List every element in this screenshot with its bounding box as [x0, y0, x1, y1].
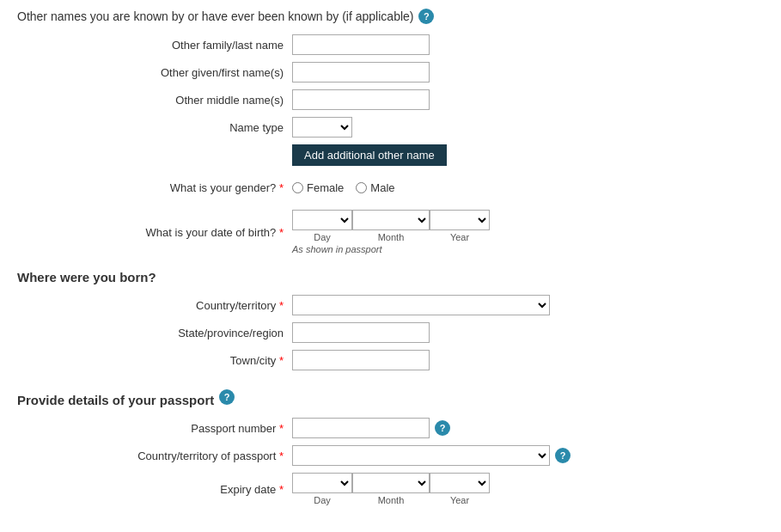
gender-row: What is your gender? * Female Male: [17, 181, 764, 194]
family-last-row: Other family/last name: [17, 34, 764, 55]
dob-subrow: Day Month Year: [292, 210, 490, 242]
passport-section-title: Provide details of your passport ?: [17, 386, 764, 407]
family-last-input[interactable]: [292, 34, 430, 55]
dob-month-select[interactable]: [352, 210, 430, 230]
dob-note: As shown in passport: [292, 244, 490, 254]
birth-state-label: State/province/region: [17, 327, 292, 339]
dob-month-label: Month: [378, 232, 405, 242]
passport-number-required: *: [279, 422, 284, 435]
expiry-date-row: Expiry date * Day Month: [17, 473, 764, 505]
female-radio[interactable]: [292, 182, 303, 193]
dob-row: What is your date of birth? * Day Month: [17, 210, 764, 254]
birth-town-input[interactable]: [292, 350, 430, 370]
dob-inputs: Day Month Year As shown in passport: [292, 210, 490, 254]
expiry-year-select[interactable]: [430, 473, 490, 493]
expiry-day-select[interactable]: [292, 473, 352, 493]
add-other-name-row: Add additional other name: [292, 144, 764, 166]
name-type-row: Name type Alias Birth name Maiden name O…: [17, 117, 764, 138]
birth-state-row: State/province/region: [17, 322, 764, 343]
add-other-name-button[interactable]: Add additional other name: [292, 144, 447, 166]
expiry-day-label: Day: [314, 495, 331, 505]
expiry-subrow: Day Month Year: [292, 473, 490, 505]
passport-number-label: Passport number *: [17, 422, 292, 435]
expiry-month-select[interactable]: [352, 473, 430, 493]
family-last-label: Other family/last name: [17, 39, 292, 52]
gender-required: *: [279, 181, 284, 194]
expiry-inputs: Day Month Year: [292, 473, 490, 505]
dob-year-select[interactable]: [430, 210, 490, 230]
dob-required: *: [279, 226, 284, 239]
middle-name-label: Other middle name(s): [17, 94, 292, 107]
name-type-label: Name type: [17, 121, 292, 134]
gender-label: What is your gender? *: [17, 181, 292, 194]
passport-country-required: *: [279, 449, 284, 462]
birth-state-input[interactable]: [292, 322, 430, 343]
birth-town-required: *: [279, 354, 284, 367]
gender-radio-group: Female Male: [292, 181, 395, 194]
passport-help-icon[interactable]: ?: [219, 389, 235, 405]
expiry-required: *: [279, 483, 284, 496]
given-first-row: Other given/first name(s): [17, 62, 764, 83]
dob-label: What is your date of birth? *: [17, 226, 292, 239]
dob-year-label: Year: [450, 232, 469, 242]
passport-number-help-icon[interactable]: ?: [435, 420, 450, 436]
passport-country-help-icon[interactable]: ?: [555, 448, 570, 463]
passport-country-label: Country/territory of passport *: [17, 449, 292, 462]
dob-section: What is your date of birth? * Day Month: [17, 210, 764, 254]
female-radio-label[interactable]: Female: [292, 181, 344, 194]
female-label: Female: [307, 181, 344, 194]
other-names-help-icon[interactable]: ?: [418, 9, 434, 24]
dob-day-item: Day: [292, 210, 352, 242]
passport-country-select[interactable]: [292, 445, 550, 466]
male-label: Male: [370, 181, 394, 194]
male-radio-label[interactable]: Male: [356, 181, 394, 194]
expiry-year-label: Year: [450, 495, 469, 505]
expiry-month-label: Month: [378, 495, 405, 505]
middle-name-input[interactable]: [292, 89, 430, 110]
passport-section: Provide details of your passport ? Passp…: [17, 386, 764, 505]
birth-country-label: Country/territory *: [17, 299, 292, 312]
other-names-label: Other names you are known by or have eve…: [17, 9, 413, 23]
birthplace-heading: Where were you born?: [17, 270, 764, 284]
birthplace-section: Where were you born? Country/territory *…: [17, 270, 764, 370]
other-names-section: Other names you are known by or have eve…: [17, 9, 764, 166]
dob-day-label: Day: [314, 232, 331, 242]
dob-month-item: Month: [352, 210, 430, 242]
middle-name-row: Other middle name(s): [17, 89, 764, 110]
given-first-label: Other given/first name(s): [17, 66, 292, 79]
given-first-input[interactable]: [292, 62, 430, 83]
male-radio[interactable]: [356, 182, 367, 193]
passport-number-row: Passport number * ?: [17, 418, 764, 438]
birth-town-row: Town/city *: [17, 350, 764, 370]
other-names-title: Other names you are known by or have eve…: [17, 9, 764, 24]
birth-town-label: Town/city *: [17, 354, 292, 367]
expiry-day-item: Day: [292, 473, 352, 505]
expiry-month-item: Month: [352, 473, 430, 505]
birth-country-required: *: [279, 299, 284, 312]
dob-day-select[interactable]: [292, 210, 352, 230]
passport-country-row: Country/territory of passport * ?: [17, 445, 764, 466]
passport-number-input[interactable]: [292, 418, 430, 438]
birth-country-row: Country/territory *: [17, 295, 764, 315]
expiry-date-label: Expiry date *: [17, 483, 292, 496]
name-type-select[interactable]: Alias Birth name Maiden name Other: [292, 117, 352, 138]
gender-section: What is your gender? * Female Male: [17, 181, 764, 194]
passport-heading: Provide details of your passport: [17, 393, 214, 407]
expiry-year-item: Year: [430, 473, 490, 505]
birth-country-select[interactable]: [292, 295, 550, 315]
dob-year-item: Year: [430, 210, 490, 242]
